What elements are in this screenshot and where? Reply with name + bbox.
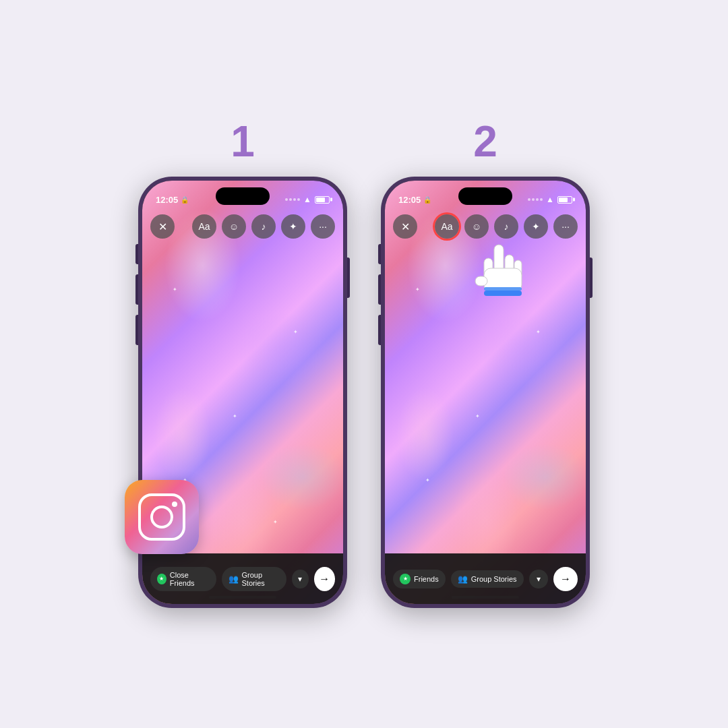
close-friends-label: Close Friends — [170, 571, 210, 587]
phone-2-group-stories-label: Group Stories — [471, 575, 517, 583]
phone-2-more-button[interactable]: ··· — [553, 214, 578, 239]
battery-fill — [316, 198, 325, 202]
phone-2-wifi-icon: ▲ — [546, 195, 554, 204]
phone-2-group-icon: 👥 — [458, 574, 468, 584]
group-stories-icon: 👥 — [229, 574, 239, 584]
phone-1-toolbar: ✕ Aa ☺ ♪ ✦ ··· — [142, 214, 343, 239]
signal-dot-3 — [293, 198, 296, 201]
step-2-wrapper: 2 ✦ ✦ ✦ ✦ — [381, 120, 590, 608]
phone-1-chevron-button[interactable]: ▾ — [292, 570, 308, 588]
step-1-number: 1 — [231, 120, 255, 163]
phone-2-close-friends-button[interactable]: ★ Friends — [393, 570, 446, 588]
phone-1-vol-up-button — [135, 274, 138, 305]
phone-2-frame: ✦ ✦ ✦ ✦ 12:05 🔒 — [381, 177, 590, 608]
close-friends-icon: ★ — [157, 574, 166, 584]
sparkle-9: ✦ — [425, 477, 430, 483]
phone-1-dynamic-island — [216, 187, 270, 205]
svg-rect-5 — [475, 276, 487, 286]
step-2-number: 2 — [473, 120, 497, 163]
phone-2-screen: ✦ ✦ ✦ ✦ 12:05 🔒 — [385, 181, 586, 604]
phone-1-text-button[interactable]: Aa — [192, 214, 216, 239]
phone-2-group-stories-button[interactable]: 👥 Group Stories — [451, 570, 524, 588]
phone-2-vol-up-button — [378, 274, 381, 305]
chevron-down-icon: ▾ — [298, 574, 302, 584]
sparkle-8: ✦ — [475, 413, 480, 419]
group-stories-label: Group Stories — [242, 571, 280, 587]
phone-2-time: 12:05 🔒 — [398, 195, 431, 205]
phone-2-music-button[interactable]: ♪ — [494, 214, 518, 239]
instagram-logo-inner — [138, 493, 185, 541]
phone-1-close-button[interactable]: ✕ — [150, 214, 175, 239]
phone-1-signal — [285, 198, 300, 201]
sparkle-7: ✦ — [536, 329, 541, 335]
phone-2-toolbar: ✕ Aa ☺ ♪ ✦ ··· — [385, 214, 586, 239]
phone-1-time: 12:05 🔒 — [156, 195, 189, 205]
phone-1-vol-down-button — [135, 315, 138, 345]
arrow-right-icon: → — [319, 573, 330, 585]
instagram-logo — [125, 480, 199, 554]
phone-1-bottom-bar: ★ Close Friends 👥 Group Stories ▾ — [142, 553, 343, 604]
phone-1-battery-icon — [315, 196, 330, 204]
phone-2-close-friends-icon: ★ — [400, 574, 411, 584]
phone-1-music-button[interactable]: ♪ — [251, 214, 276, 239]
phone-2-inner: ✦ ✦ ✦ ✦ 12:05 🔒 — [385, 181, 586, 604]
phone-2-dynamic-island — [458, 187, 512, 205]
phone-2-chevron-button[interactable]: ▾ — [529, 570, 548, 588]
phone-2-vol-down-button — [378, 315, 381, 345]
phone-1-wifi-icon: ▲ — [303, 195, 311, 204]
phone-1-arrow-button[interactable]: → — [314, 567, 335, 591]
phone-1-sticker-button[interactable]: ☺ — [222, 214, 246, 239]
sparkle-6: ✦ — [415, 286, 420, 293]
phone-2-mute-button — [378, 244, 381, 264]
phone-1-more-button[interactable]: ··· — [311, 214, 335, 239]
sparkle-3: ✦ — [233, 413, 237, 419]
sparkle-2: ✦ — [293, 329, 298, 335]
phone-2-chevron-down-icon: ▾ — [537, 574, 541, 584]
phone-1-bottom-bar-inner: ★ Close Friends 👥 Group Stories ▾ — [150, 567, 335, 591]
instagram-logo-circle — [150, 506, 173, 528]
sparkle-5: ✦ — [273, 519, 278, 525]
instagram-logo-dot — [172, 502, 177, 507]
signal-dot-1 — [285, 198, 288, 201]
phone-2-arrow-button[interactable]: → — [553, 567, 578, 591]
phone-1-toolbar-right: Aa ☺ ♪ ✦ ··· — [192, 214, 335, 239]
phone-2-bottom-bar-inner: ★ Friends 👥 Group Stories ▾ → — [393, 567, 578, 591]
phone-2-power-button — [590, 257, 593, 298]
phone-2-bottom-bar: ★ Friends 👥 Group Stories ▾ → — [385, 553, 586, 604]
phone-2-sticker-button[interactable]: ☺ — [464, 214, 489, 239]
phone-1-group-stories-button[interactable]: 👥 Group Stories — [222, 567, 287, 591]
step-1-wrapper: 1 ✦ ✦ ✦ ✦ ✦ — [138, 120, 347, 608]
sparkle-1: ✦ — [173, 286, 177, 293]
phone-1-lock-icon: 🔒 — [181, 196, 189, 204]
phone-2-close-friends-label: Friends — [414, 575, 439, 583]
svg-rect-6 — [484, 291, 522, 296]
main-container: 1 ✦ ✦ ✦ ✦ ✦ — [138, 120, 590, 608]
signal-dot-2 — [289, 198, 292, 201]
phone-2-close-button[interactable]: ✕ — [393, 214, 417, 239]
phone-1-mute-button — [135, 244, 138, 264]
phone-2-battery-icon — [557, 196, 572, 204]
hand-cursor — [472, 241, 526, 302]
phone-1-sparkle-button[interactable]: ✦ — [281, 214, 305, 239]
phone-2-toolbar-right: Aa ☺ ♪ ✦ ··· — [435, 214, 578, 239]
phone-2-status-right: ▲ — [528, 195, 572, 204]
phone-1-status-right: ▲ — [285, 195, 330, 204]
phone-2-lock-icon: 🔒 — [423, 196, 431, 204]
phone-1-close-friends-button[interactable]: ★ Close Friends — [150, 567, 216, 591]
phone-1-power-button — [347, 257, 350, 298]
phone-2-sparkle-button[interactable]: ✦ — [524, 214, 548, 239]
phone-2-signal — [528, 198, 543, 201]
phone-2-arrow-right-icon: → — [560, 573, 571, 585]
svg-rect-7 — [484, 287, 522, 291]
phone-2-text-button[interactable]: Aa — [435, 214, 459, 239]
